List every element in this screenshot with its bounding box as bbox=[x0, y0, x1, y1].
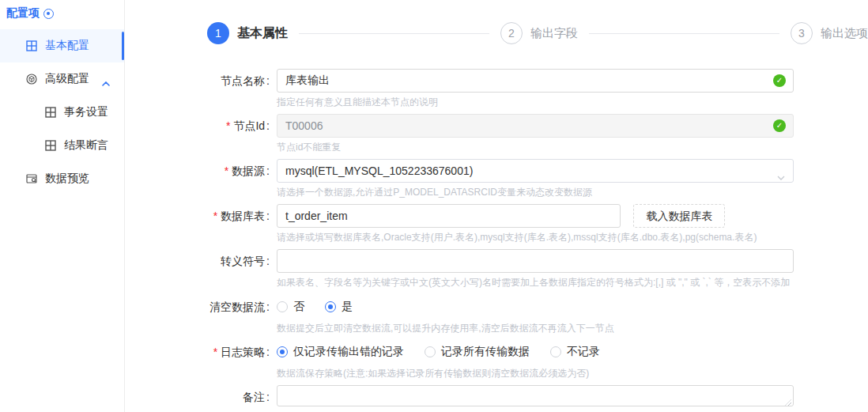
valid-check-icon: ✓ bbox=[773, 119, 786, 132]
datasource-label: 数据源 bbox=[125, 159, 277, 198]
sidebar-title: 配置项 bbox=[0, 0, 124, 25]
step-output-fields[interactable]: 2 输出字段 bbox=[500, 22, 578, 44]
valid-check-icon: ✓ bbox=[773, 74, 786, 87]
sidebar-title-label: 配置项 bbox=[6, 6, 40, 21]
radio-icon bbox=[277, 301, 288, 312]
datasource-select[interactable]: mysql(ETL_MYSQL_1052233676001) bbox=[277, 159, 794, 183]
grid-icon bbox=[45, 140, 56, 151]
log-policy-option-errors-only[interactable]: 仅记录传输出错的记录 bbox=[277, 345, 404, 359]
config-sidebar: 配置项 基本配置 高级配置 事务设置 bbox=[0, 0, 125, 412]
radio-label: 是 bbox=[342, 300, 353, 314]
preview-icon bbox=[26, 173, 37, 184]
log-policy-option-all-data[interactable]: 记录所有传输数据 bbox=[425, 345, 530, 359]
escape-symbol-label: 转义符号 bbox=[125, 249, 277, 289]
sidebar-item-label: 高级配置 bbox=[45, 72, 89, 86]
db-table-help: 请选择或填写数据库表名,Oracle支持(用户.表名),mysql支持(库名.表… bbox=[277, 231, 868, 244]
step-number: 1 bbox=[207, 22, 229, 44]
sidebar-item-basic-config[interactable]: 基本配置 bbox=[0, 29, 124, 62]
clear-stream-option-yes[interactable]: 是 bbox=[325, 300, 353, 314]
sidebar-item-transaction-settings[interactable]: 事务设置 bbox=[0, 96, 124, 129]
step-number: 3 bbox=[791, 22, 813, 44]
form-row-node-id: 节点Id ✓ 节点id不能重复 bbox=[125, 114, 868, 153]
target-icon bbox=[43, 9, 54, 19]
chevron-down-icon bbox=[777, 167, 785, 175]
db-table-label: 数据库表 bbox=[125, 204, 277, 244]
radio-icon bbox=[550, 346, 561, 357]
step-connector bbox=[299, 33, 489, 34]
step-label: 输出字段 bbox=[530, 26, 578, 41]
step-label: 基本属性 bbox=[237, 25, 288, 42]
form-row-escape-symbol: 转义符号 如果表名、字段名等为关键字或中文(英文大小写)名时需要加上各数据库指定… bbox=[125, 249, 868, 289]
step-number: 2 bbox=[500, 22, 523, 44]
log-policy-label: 日志策略 bbox=[125, 340, 277, 380]
main-panel: 1 基本属性 2 输出字段 3 输出选项 节点名称 ✓ 指定任何有意义且能描述本… bbox=[125, 0, 868, 412]
sidebar-menu: 基本配置 高级配置 事务设置 结果断言 数 bbox=[0, 29, 124, 195]
form-row-db-table: 数据库表 载入数据库表 请选择或填写数据库表名,Oracle支持(用户.表名),… bbox=[125, 204, 868, 244]
escape-symbol-input[interactable] bbox=[277, 249, 794, 273]
load-db-tables-button[interactable]: 载入数据库表 bbox=[633, 204, 725, 228]
sidebar-item-label: 结果断言 bbox=[64, 138, 108, 153]
node-name-label: 节点名称 bbox=[125, 69, 277, 108]
node-config-form: 节点名称 ✓ 指定任何有意义且能描述本节点的说明 节点Id ✓ 节点id不能重复 bbox=[125, 69, 868, 410]
log-policy-radio-group: 仅记录传输出错的记录 记录所有传输数据 不记录 bbox=[277, 340, 868, 364]
node-id-input bbox=[277, 114, 794, 138]
log-policy-option-none[interactable]: 不记录 bbox=[550, 345, 600, 359]
radio-label: 否 bbox=[293, 300, 304, 314]
clear-stream-help: 数据提交后立即清空数据流,可以提升内存使用率,清空后数据流不再流入下一节点 bbox=[277, 322, 868, 335]
step-basic-attributes[interactable]: 1 基本属性 bbox=[207, 22, 288, 44]
clear-stream-option-no[interactable]: 否 bbox=[277, 300, 304, 314]
remark-textarea[interactable] bbox=[277, 385, 794, 406]
radio-label: 仅记录传输出错的记录 bbox=[293, 345, 404, 359]
sidebar-item-advanced-config[interactable]: 高级配置 bbox=[0, 62, 124, 96]
datasource-help: 请选择一个数据源,允许通过P_MODEL_DATASRCID变量来动态改变数据源 bbox=[277, 186, 868, 198]
sidebar-item-result-assertion[interactable]: 结果断言 bbox=[0, 129, 124, 162]
form-row-clear-stream: 清空数据流 否 是 数据提交后立即清空数据流,可以提升内存使用率,清空后数据流不… bbox=[125, 295, 868, 335]
datasource-selected-value: mysql(ETL_MYSQL_1052233676001) bbox=[285, 164, 473, 177]
form-row-node-name: 节点名称 ✓ 指定任何有意义且能描述本节点的说明 bbox=[125, 69, 868, 108]
form-row-remark: 备注 bbox=[125, 385, 868, 410]
sidebar-item-label: 基本配置 bbox=[45, 39, 89, 53]
node-id-label: 节点Id bbox=[125, 114, 277, 153]
radio-icon bbox=[325, 301, 336, 312]
clear-stream-radio-group: 否 是 bbox=[277, 295, 868, 319]
remark-label: 备注 bbox=[125, 385, 277, 410]
escape-symbol-help: 如果表名、字段名等为关键字或中文(英文大小写)名时需要加上各数据库指定的符号格式… bbox=[277, 276, 868, 289]
form-row-log-policy: 日志策略 仅记录传输出错的记录 记录所有传输数据 不记录 bbox=[125, 340, 868, 380]
radio-icon bbox=[425, 346, 436, 357]
grid-icon bbox=[26, 40, 37, 51]
step-connector bbox=[589, 33, 779, 34]
step-output-options[interactable]: 3 输出选项 bbox=[791, 22, 868, 44]
radio-icon bbox=[277, 346, 288, 357]
wizard-stepper: 1 基本属性 2 输出字段 3 输出选项 bbox=[125, 0, 868, 46]
radio-label: 不记录 bbox=[567, 345, 600, 359]
node-name-help: 指定任何有意义且能描述本节点的说明 bbox=[277, 96, 868, 108]
sidebar-item-label: 事务设置 bbox=[64, 105, 108, 119]
form-row-datasource: 数据源 mysql(ETL_MYSQL_1052233676001) 请选择一个… bbox=[125, 159, 868, 198]
sidebar-item-label: 数据预览 bbox=[45, 172, 89, 186]
log-policy-help: 数据流保存策略(注意:如果选择记录所有传输数据则清空数据流必须选为否) bbox=[277, 367, 868, 380]
chevron-up-icon[interactable] bbox=[102, 76, 110, 89]
grid-icon bbox=[45, 107, 56, 118]
node-id-help: 节点id不能重复 bbox=[277, 141, 868, 153]
node-name-input[interactable] bbox=[277, 69, 794, 93]
db-table-input[interactable] bbox=[277, 204, 621, 228]
clear-stream-label: 清空数据流 bbox=[125, 295, 277, 335]
step-label: 输出选项 bbox=[821, 26, 868, 41]
cube-icon bbox=[26, 74, 37, 85]
radio-label: 记录所有传输数据 bbox=[441, 345, 530, 359]
sidebar-item-data-preview[interactable]: 数据预览 bbox=[0, 162, 124, 195]
